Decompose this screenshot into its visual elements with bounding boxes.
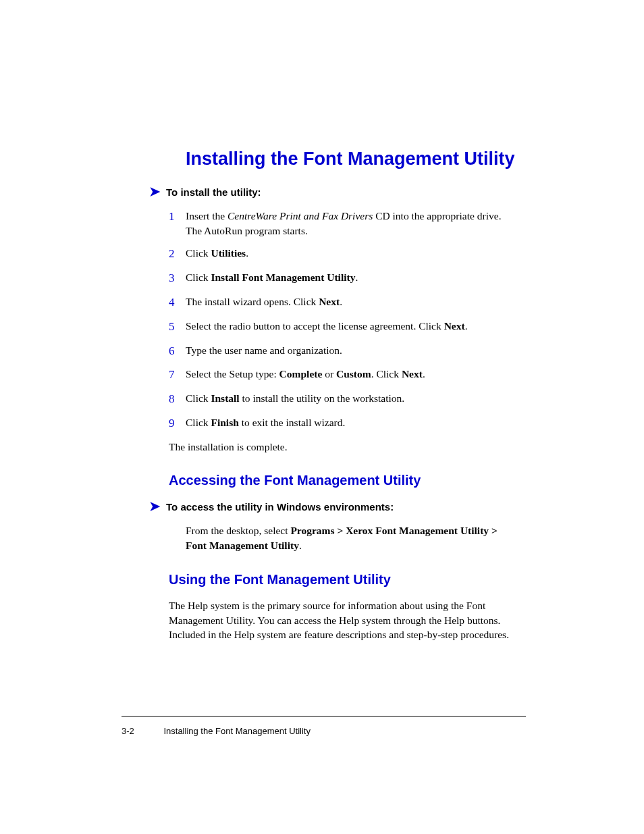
step-3: 3 Click Install Font Management Utility.: [169, 270, 526, 286]
step-number: 6: [169, 343, 186, 359]
install-complete-text: The installation is complete.: [169, 440, 526, 454]
using-heading: Using the Font Management Utility: [169, 572, 526, 588]
access-heading-text: To access the utility in Windows environ…: [166, 501, 394, 513]
step-number: 5: [169, 319, 186, 335]
step-9: 9 Click Finish to exit the install wizar…: [169, 415, 526, 432]
footer-text: 3-2 Installing the Font Management Utili…: [122, 726, 526, 736]
main-heading: Installing the Font Management Utility: [186, 149, 526, 170]
step-text: Click Utilities.: [186, 246, 255, 262]
install-procedure-heading: ➤ To install the utility:: [149, 184, 526, 199]
footer-title: Installing the Font Management Utility: [163, 726, 311, 736]
step-8: 8 Click Install to install the utility o…: [169, 391, 526, 407]
install-heading-text: To install the utility:: [166, 186, 261, 198]
arrow-right-icon: ➤: [149, 184, 161, 199]
step-4: 4 The install wizard opens. Click Next.: [169, 294, 526, 311]
step-number: 9: [169, 415, 186, 432]
step-text: Insert the CentreWare Print and Fax Driv…: [186, 209, 526, 238]
step-number: 4: [169, 294, 186, 311]
page-number: 3-2: [122, 726, 134, 736]
step-text: Click Install Font Management Utility.: [186, 270, 365, 286]
step-number: 2: [169, 246, 186, 262]
step-1: 1 Insert the CentreWare Print and Fax Dr…: [169, 209, 526, 238]
step-number: 8: [169, 391, 186, 407]
step-text: The install wizard opens. Click Next.: [186, 294, 349, 311]
step-5: 5 Select the radio button to accept the …: [169, 319, 526, 335]
step-number: 3: [169, 270, 186, 286]
step-number: 7: [169, 367, 186, 383]
arrow-right-icon: ➤: [149, 499, 161, 514]
using-body-text: The Help system is the primary source fo…: [169, 598, 526, 642]
step-text: Select the radio button to accept the li…: [186, 319, 475, 335]
step-text: Click Install to install the utility on …: [186, 391, 411, 407]
access-procedure-heading: ➤ To access the utility in Windows envir…: [149, 499, 526, 514]
step-text: Select the Setup type: Complete or Custo…: [186, 367, 432, 383]
step-text: Type the user name and organization.: [186, 343, 349, 359]
step-7: 7 Select the Setup type: Complete or Cus…: [169, 367, 526, 383]
step-number: 1: [169, 209, 186, 238]
footer-rule: [122, 716, 526, 716]
access-body-text: From the desktop, select Programs > Xero…: [186, 523, 526, 552]
accessing-heading: Accessing the Font Management Utility: [169, 473, 526, 488]
step-text: Click Finish to exit the install wizard.: [186, 415, 352, 432]
page-content: Installing the Font Management Utility ➤…: [0, 0, 644, 642]
step-6: 6 Type the user name and organization.: [169, 343, 526, 359]
page-footer: 3-2 Installing the Font Management Utili…: [122, 716, 526, 736]
step-2: 2 Click Utilities.: [169, 246, 526, 262]
